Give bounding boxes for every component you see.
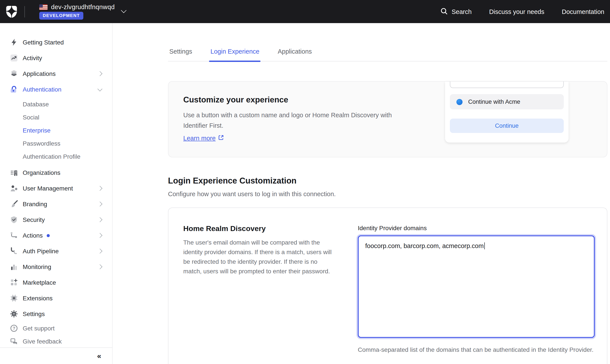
marketplace-icon — [10, 279, 18, 286]
documentation-link[interactable]: Documentation — [562, 8, 604, 15]
sidebar-item-auth-pipeline[interactable]: Auth Pipeline — [0, 243, 112, 259]
pipeline-icon — [10, 247, 18, 255]
flow-icon — [10, 232, 18, 239]
login-preview-panel: Continue with Acme Continue — [445, 81, 569, 143]
notification-dot — [47, 234, 50, 237]
hrd-description: The user's email domain will be compared… — [183, 238, 332, 276]
collapse-sidebar-button[interactable]: « — [97, 352, 101, 360]
identity-provider-domains-value: foocorp.com, barcorp.com, acmecorp.com — [365, 242, 484, 249]
search-button[interactable]: Search — [440, 7, 472, 16]
section-title: Login Experience Customization — [168, 176, 607, 186]
sidebar-item-passwordless[interactable]: Passwordless — [0, 137, 112, 150]
identity-provider-domains-textarea[interactable]: foocorp.com, barcorp.com, acmecorp.com — [358, 235, 595, 338]
section-subtitle: Configure how you want users to log in w… — [168, 189, 607, 199]
acme-logo-icon — [456, 99, 462, 105]
sidebar-item-authentication[interactable]: Authentication — [0, 81, 112, 97]
tenant-switcher[interactable]: dev-zlvgrudhtfnqnwqd DEVELOPMENT — [39, 3, 126, 20]
environment-badge: DEVELOPMENT — [39, 12, 83, 20]
sidebar-item-activity[interactable]: Activity — [0, 50, 112, 66]
identity-provider-domains-help: Comma-separated list of the domains that… — [358, 345, 595, 354]
sidebar-footer: « — [0, 347, 112, 364]
chevron-right-icon — [97, 71, 103, 76]
tenant-name: dev-zlvgrudhtfnqnwqd — [51, 3, 115, 11]
auth0-dashboard: dev-zlvgrudhtfnqnwqd DEVELOPMENT Search … — [0, 0, 610, 364]
extension-icon — [10, 294, 18, 302]
chevron-down-icon — [121, 8, 126, 13]
chevron-down-icon — [97, 86, 103, 91]
chevron-right-icon — [97, 217, 103, 222]
customize-card-description: Use a button with a custom name and logo… — [183, 110, 393, 131]
paintbrush-icon — [10, 200, 18, 208]
activity-icon — [10, 54, 18, 62]
main-content: Settings Login Experience Applications C… — [113, 23, 610, 364]
chevron-right-icon — [97, 233, 103, 238]
login-experience-customization-section: Login Experience Customization Configure… — [168, 176, 607, 199]
learn-more-link[interactable]: Learn more — [183, 135, 224, 142]
user-gear-icon — [10, 184, 18, 192]
sidebar-item-organizations[interactable]: Organizations — [0, 165, 112, 181]
shield-check-icon — [10, 216, 18, 224]
help-circle-icon: ? — [10, 324, 18, 332]
sidebar-item-marketplace[interactable]: Marketplace — [0, 275, 112, 290]
svg-text:?: ? — [13, 326, 15, 331]
sidebar-item-settings[interactable]: Settings — [0, 306, 112, 322]
sidebar-item-security[interactable]: Security — [0, 212, 112, 228]
applications-icon — [10, 70, 18, 78]
preview-continue-button[interactable]: Continue — [450, 118, 564, 133]
chevron-right-icon — [97, 186, 103, 191]
feedback-icon — [10, 338, 18, 345]
tab-login-experience[interactable]: Login Experience — [209, 48, 261, 61]
auth0-logo-icon — [6, 5, 17, 18]
continue-with-acme-button[interactable]: Continue with Acme — [450, 94, 564, 109]
authentication-submenu: Database Social Enterprise Passwordless … — [0, 98, 112, 163]
chevron-right-icon — [97, 202, 103, 207]
discuss-your-needs-link[interactable]: Discuss your needs — [489, 8, 544, 15]
sidebar-item-user-management[interactable]: User Management — [0, 181, 112, 196]
sidebar-item-give-feedback[interactable]: Give feedback — [0, 335, 112, 348]
bolt-icon — [10, 38, 18, 46]
search-label: Search — [452, 8, 472, 15]
organization-icon — [10, 169, 18, 177]
external-link-icon — [218, 135, 224, 142]
customize-card-title: Customize your experience — [183, 95, 393, 105]
us-flag-icon — [39, 4, 48, 10]
sidebar-item-applications[interactable]: Applications — [0, 66, 112, 81]
topbar-divider — [25, 6, 25, 17]
sidebar: Getting Started Activity Applications Au… — [0, 23, 113, 364]
sidebar-item-database[interactable]: Database — [0, 98, 112, 111]
lock-open-icon — [10, 85, 18, 93]
chevron-right-icon — [97, 264, 103, 269]
sidebar-item-authentication-profile[interactable]: Authentication Profile — [0, 150, 112, 163]
sidebar-item-social[interactable]: Social — [0, 111, 112, 124]
connection-tabs: Settings Login Experience Applications — [168, 23, 607, 62]
bar-chart-icon — [10, 263, 18, 271]
sidebar-item-branding[interactable]: Branding — [0, 196, 112, 212]
identity-provider-domains-label: Identity Provider domains — [358, 224, 595, 232]
chevron-right-icon — [97, 249, 103, 254]
sidebar-item-getting-started[interactable]: Getting Started — [0, 34, 112, 50]
preview-email-input[interactable] — [450, 81, 564, 88]
sidebar-item-monitoring[interactable]: Monitoring — [0, 259, 112, 275]
customize-experience-card: Customize your experience Use a button w… — [168, 81, 607, 157]
sidebar-item-enterprise[interactable]: Enterprise — [0, 124, 112, 137]
sidebar-item-extensions[interactable]: Extensions — [0, 290, 112, 306]
hrd-title: Home Realm Discovery — [183, 224, 332, 233]
tab-applications[interactable]: Applications — [276, 48, 313, 61]
topbar: dev-zlvgrudhtfnqnwqd DEVELOPMENT Search … — [0, 0, 610, 23]
text-caret — [484, 242, 485, 249]
search-icon — [440, 7, 448, 16]
tab-settings[interactable]: Settings — [168, 48, 193, 61]
sidebar-item-get-support[interactable]: ? Get support — [0, 322, 112, 335]
gear-icon — [10, 310, 18, 318]
home-realm-discovery-card: Home Realm Discovery The user's email do… — [168, 208, 607, 364]
sidebar-item-actions[interactable]: Actions — [0, 228, 112, 243]
